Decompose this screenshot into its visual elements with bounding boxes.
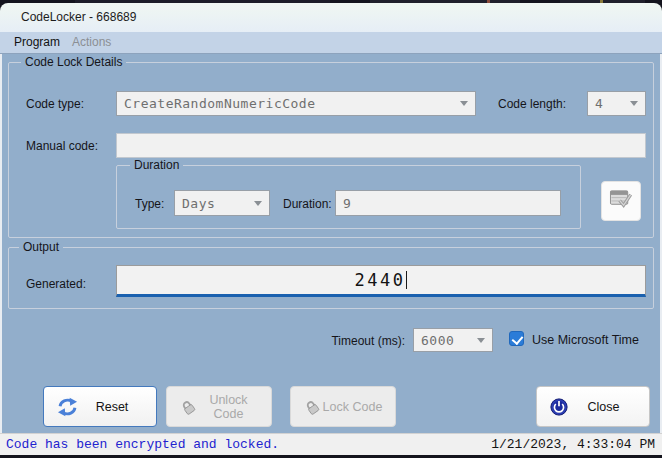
timeout-combobox[interactable]: 6000 (413, 328, 493, 352)
chevron-down-icon (460, 101, 468, 106)
duration-group: Duration Type: Days Duration: 9 (116, 165, 581, 229)
duration-type-combobox[interactable]: Days (174, 190, 270, 216)
sync-icon (57, 397, 78, 417)
status-bar: Code has been encrypted and locked. 1/21… (0, 433, 662, 455)
unlock-code-button[interactable]: Unlock Code (166, 386, 272, 427)
code-length-value: 4 (588, 96, 603, 111)
use-microsoft-time-checkbox[interactable] (509, 331, 524, 346)
unlock-code-button-label: Unlock Code (196, 393, 271, 421)
window-left-edge (0, 54, 2, 433)
code-length-combobox[interactable]: 4 (587, 91, 646, 116)
timeout-label: Timeout (ms): (300, 334, 405, 348)
close-button-label: Close (568, 400, 649, 414)
lock-code-button-label: Lock Code (320, 400, 395, 414)
duration-type-value: Days (175, 196, 215, 211)
window-check-icon (609, 188, 634, 215)
lock-code-button[interactable]: Lock Code (290, 386, 396, 427)
power-icon (550, 398, 568, 416)
code-type-label: Code type: (26, 97, 84, 111)
duration-length-value: 9 (336, 196, 351, 211)
chevron-down-icon (477, 338, 485, 343)
menu-item-actions[interactable]: Actions (66, 32, 117, 53)
output-group-label: Output (19, 240, 63, 254)
generated-code-value: 2440 (355, 270, 406, 290)
text-caret (406, 271, 407, 289)
duration-length-label: Duration: (283, 197, 332, 211)
duration-group-label: Duration (130, 158, 183, 172)
manual-code-label: Manual code: (26, 139, 98, 153)
generated-code-input[interactable]: 2440 (116, 265, 646, 297)
title-bar[interactable]: CodeLocker - 668689 (0, 3, 662, 32)
status-timestamp: 1/21/2023, 4:33:04 PM (491, 434, 655, 455)
menu-item-program[interactable]: Program (8, 32, 66, 53)
code-length-label: Code length: (498, 97, 566, 111)
manual-code-input[interactable] (116, 133, 646, 158)
code-type-combobox[interactable]: CreateRandomNumericCode (116, 91, 476, 116)
reset-button[interactable]: Reset (43, 386, 157, 427)
generated-label: Generated: (26, 277, 86, 291)
use-microsoft-time-label: Use Microsoft Time (532, 333, 639, 347)
window-title: CodeLocker - 668689 (21, 3, 136, 32)
duration-type-label: Type: (135, 197, 164, 211)
chevron-down-icon (630, 101, 638, 106)
code-type-value: CreateRandomNumericCode (117, 96, 316, 111)
reset-button-label: Reset (78, 400, 156, 414)
menu-bar: Program Actions (0, 32, 662, 54)
validate-button[interactable] (601, 181, 641, 221)
output-group: Output Generated: 2440 (8, 247, 654, 309)
chevron-down-icon (254, 201, 262, 206)
codelocker-window: CodeLocker - 668689 Program Actions Code… (0, 0, 662, 458)
duration-length-input[interactable]: 9 (335, 190, 561, 216)
code-lock-details-group: Code Lock Details Code type: CreateRando… (8, 62, 654, 238)
code-lock-details-group-label: Code Lock Details (21, 55, 126, 69)
close-button[interactable]: Close (536, 386, 650, 427)
status-message: Code has been encrypted and locked. (6, 434, 279, 455)
timeout-value: 6000 (414, 333, 454, 348)
